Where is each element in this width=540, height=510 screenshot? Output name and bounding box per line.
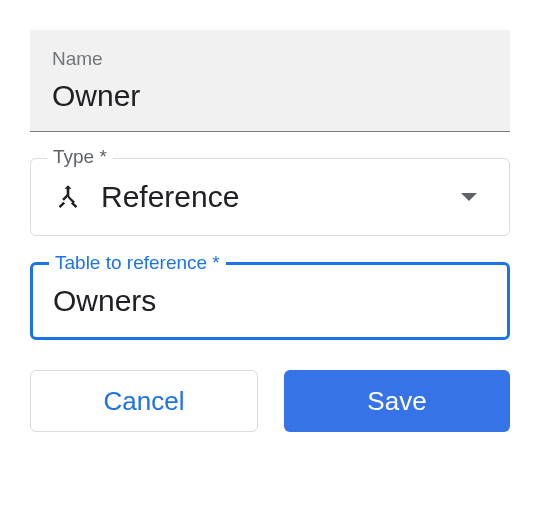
type-select[interactable]: Type * Reference xyxy=(30,158,510,236)
table-reference-select[interactable]: Table to reference * Owners xyxy=(30,262,510,340)
type-label: Type * xyxy=(47,147,113,166)
cancel-button[interactable]: Cancel xyxy=(30,370,258,432)
merge-icon xyxy=(53,182,83,212)
name-label: Name xyxy=(52,48,488,70)
type-value: Reference xyxy=(101,179,443,215)
chevron-down-icon xyxy=(461,193,477,201)
table-reference-label: Table to reference * xyxy=(49,253,226,272)
save-button[interactable]: Save xyxy=(284,370,510,432)
name-value: Owner xyxy=(52,76,488,115)
name-field[interactable]: Name Owner xyxy=(30,30,510,132)
table-reference-value: Owners xyxy=(53,283,489,319)
button-row: Cancel Save xyxy=(30,370,510,432)
